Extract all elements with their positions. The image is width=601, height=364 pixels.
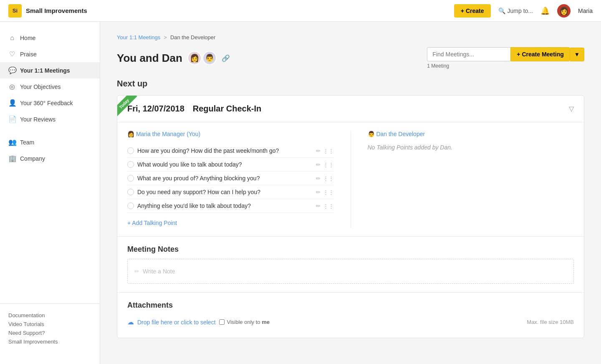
find-meetings-input[interactable] <box>427 47 510 61</box>
link-icon[interactable]: 🔗 <box>222 54 230 62</box>
sidebar-item-label: Your Objectives <box>20 83 61 90</box>
left-column-title: Maria the Manager (You) <box>136 131 200 137</box>
footer-link-si[interactable]: Small Improvements <box>8 339 91 345</box>
header-actions: + Create Meeting ▼ <box>427 47 584 61</box>
today-badge: Today <box>117 96 137 117</box>
tp-checkbox[interactable] <box>127 202 134 209</box>
sidebar-item-praise[interactable]: ♡ Praise <box>0 46 100 62</box>
sidebar-item-label: Your 1:1 Meetings <box>20 67 70 74</box>
drag-icon[interactable]: ⋮⋮ <box>323 203 334 209</box>
breadcrumb-separator: > <box>164 34 167 40</box>
app-logo: Si <box>8 4 22 18</box>
today-ribbon: Today <box>117 96 142 121</box>
create-meeting-dropdown[interactable]: ▼ <box>570 48 584 61</box>
header-right: + Create Meeting ▼ 1 Meeting <box>427 47 584 69</box>
page-title: You and Dan <box>117 52 182 65</box>
edit-icon[interactable]: ✏ <box>316 175 321 182</box>
user-name-label: Maria <box>578 8 593 14</box>
sidebar-item-label: Your 360° Feedback <box>20 100 73 106</box>
sidebar-item-company[interactable]: 🏢 Company <box>0 150 100 167</box>
tp-text: How are you doing? How did the past week… <box>137 147 313 154</box>
visible-only-me: me <box>262 319 270 325</box>
sidebar-item-label: Team <box>20 139 34 146</box>
sidebar-item-home[interactable]: ⌂ Home <box>0 30 100 46</box>
edit-icon[interactable]: ✏ <box>316 162 321 168</box>
praise-icon: ♡ <box>8 50 16 58</box>
notes-placeholder: Write a Note <box>143 268 175 275</box>
drop-zone-left: ☁ Drop file here or click to select Visi… <box>127 318 270 326</box>
tp-actions: ✏ ⋮⋮ <box>316 189 334 195</box>
file-size-label: Max. file size 10MB <box>527 319 574 325</box>
drag-icon[interactable]: ⋮⋮ <box>323 148 334 154</box>
drop-zone-text[interactable]: Drop file here or click to select <box>137 319 216 326</box>
feedback-icon: 👤 <box>8 99 16 107</box>
no-talking-points: No Talking Points added by Dan. <box>368 144 452 151</box>
meeting-notes-section: Meeting Notes ✏ Write a Note <box>117 236 584 292</box>
edit-icon[interactable]: ✏ <box>316 203 321 209</box>
meeting-count: 1 Meeting <box>427 63 449 69</box>
upload-icon: ☁ <box>127 318 134 326</box>
tp-actions: ✏ ⋮⋮ <box>316 203 334 209</box>
breadcrumb: Your 1:1 Meetings > Dan the Developer <box>117 34 584 40</box>
left-column: 👩 Maria the Manager (You) How are you do… <box>127 131 351 228</box>
edit-icon[interactable]: ✏ <box>316 189 321 195</box>
visible-only-option: Visible only to me <box>219 319 270 325</box>
notes-title: Meeting Notes <box>127 245 574 254</box>
sidebar-item-reviews[interactable]: 📄 Your Reviews <box>0 111 100 127</box>
notes-input[interactable]: ✏ Write a Note <box>127 259 574 284</box>
main-content: Your 1:1 Meetings > Dan the Developer Yo… <box>100 22 601 364</box>
home-icon: ⌂ <box>8 34 16 42</box>
add-talking-point-button[interactable]: + Add Talking Point <box>127 218 334 228</box>
create-meeting-button[interactable]: + Create Meeting <box>510 47 570 61</box>
sidebar-item-label: Your Reviews <box>20 116 56 123</box>
sidebar-item-meetings[interactable]: 💬 Your 1:1 Meetings <box>0 62 100 78</box>
drag-icon[interactable]: ⋮⋮ <box>323 162 334 168</box>
tp-actions: ✏ ⋮⋮ <box>316 175 334 182</box>
meetings-icon: 💬 <box>8 66 16 74</box>
tp-text: What would you like to talk about today? <box>137 161 313 168</box>
columns: 👩 Maria the Manager (You) How are you do… <box>127 131 574 228</box>
talking-point: Do you need any support? How can I help … <box>127 185 334 199</box>
sidebar-item-label: Home <box>20 35 35 41</box>
tp-actions: ✏ ⋮⋮ <box>316 148 334 154</box>
jump-to-button[interactable]: 🔍 Jump to... <box>498 8 533 14</box>
sidebar-item-team[interactable]: 👥 Team <box>0 134 100 150</box>
app-name: Small Improvements <box>26 7 87 14</box>
create-button[interactable]: + Create <box>454 4 491 18</box>
footer-link-docs[interactable]: Documentation <box>8 312 91 318</box>
drag-icon[interactable]: ⋮⋮ <box>323 175 334 182</box>
tp-checkbox[interactable] <box>127 175 134 182</box>
sidebar-item-feedback[interactable]: 👤 Your 360° Feedback <box>0 95 100 111</box>
right-column-title: Dan the Developer <box>376 131 425 137</box>
nav-brand: Si Small Improvements <box>8 4 87 18</box>
left-column-header[interactable]: 👩 Maria the Manager (You) <box>127 131 334 137</box>
tp-checkbox[interactable] <box>127 161 134 168</box>
notifications-bell[interactable]: 🔔 <box>540 6 550 15</box>
tp-checkbox[interactable] <box>127 189 134 195</box>
search-icon: 🔍 <box>498 8 505 14</box>
footer-link-support[interactable]: Need Support? <box>8 330 91 336</box>
team-icon: 👥 <box>8 138 16 146</box>
next-up-label: Next up <box>117 79 584 88</box>
drag-icon[interactable]: ⋮⋮ <box>323 189 334 195</box>
avatar-dan: 👨 <box>202 51 217 65</box>
talking-point: What are you proud of? Anything blocking… <box>127 172 334 185</box>
sidebar: ⌂ Home ♡ Praise 💬 Your 1:1 Meetings ◎ Yo… <box>0 22 100 364</box>
edit-icon[interactable]: ✏ <box>316 148 321 154</box>
right-column-header[interactable]: 👨 Dan the Developer <box>368 131 574 137</box>
nav-actions: + Create 🔍 Jump to... 🔔 👩 Maria <box>454 4 593 18</box>
right-column: 👨 Dan the Developer No Talking Points ad… <box>351 131 574 228</box>
sidebar-nav: ⌂ Home ♡ Praise 💬 Your 1:1 Meetings ◎ Yo… <box>0 30 100 167</box>
pencil-icon: ✏ <box>134 268 139 275</box>
sidebar-item-objectives[interactable]: ◎ Your Objectives <box>0 78 100 95</box>
top-navigation: Si Small Improvements + Create 🔍 Jump to… <box>0 0 601 22</box>
breadcrumb-parent[interactable]: Your 1:1 Meetings <box>117 34 160 40</box>
collapse-icon[interactable]: ▽ <box>569 105 574 113</box>
footer-link-videos[interactable]: Video Tutorials <box>8 321 91 327</box>
attachments-title: Attachments <box>127 301 574 310</box>
tp-checkbox[interactable] <box>127 147 134 154</box>
visible-only-checkbox[interactable] <box>219 319 225 325</box>
page-title-area: You and Dan 👩 👨 🔗 <box>117 51 230 65</box>
talking-point: Anything else you'd like to talk about t… <box>127 199 334 213</box>
tp-text: Do you need any support? How can I help … <box>137 189 313 195</box>
